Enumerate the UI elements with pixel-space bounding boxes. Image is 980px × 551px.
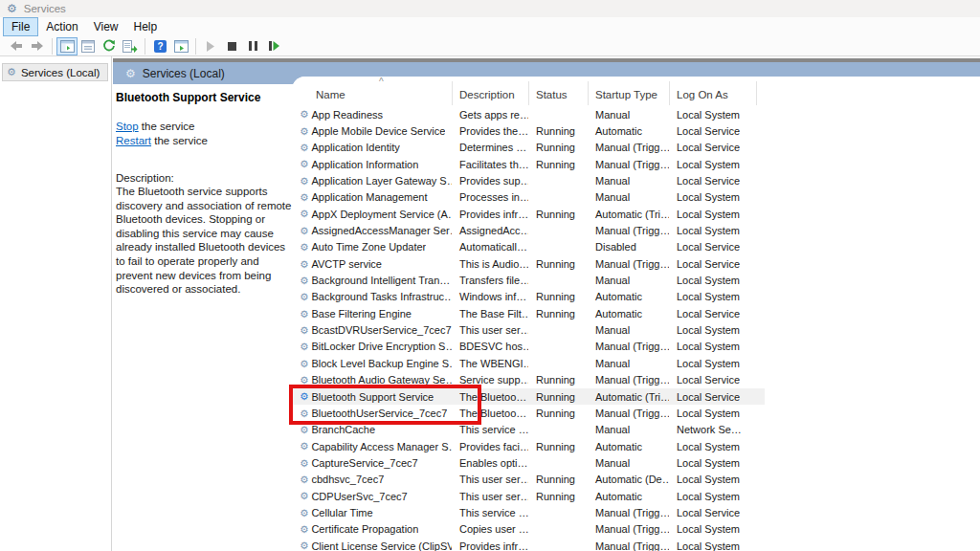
column-header-name[interactable]: Name [316, 89, 345, 100]
service-description-cell: Facilitates th… [452, 159, 528, 170]
service-name-cell: ⚙ Application Identity [300, 142, 452, 153]
service-startup-type-cell: Manual (Trigg… [588, 341, 669, 352]
service-startup-type-cell: Manual [588, 424, 669, 435]
table-row[interactable]: ⚙ Apple Mobile Device Service Provides t… [292, 122, 765, 139]
table-row[interactable]: ⚙ AVCTP service This is Audio… Running M… [292, 255, 765, 272]
column-divider[interactable] [452, 81, 453, 105]
service-name-cell: ⚙ Application Management [300, 191, 452, 203]
table-row[interactable]: ⚙ Application Identity Determines … Runn… [292, 140, 765, 156]
service-description-cell: AssignedAcc… [452, 225, 528, 236]
table-row[interactable]: ⚙ AssignedAccessManager Ser… AssignedAcc… [292, 222, 765, 238]
menu-action[interactable]: Action [38, 17, 85, 36]
table-row[interactable]: ⚙ Bluetooth Support Service The Bluetoo…… [292, 388, 765, 405]
toolbar-separator [145, 38, 145, 55]
service-name: Certificate Propagation [311, 523, 418, 535]
service-name: Apple Mobile Device Service [311, 125, 445, 137]
table-row[interactable]: ⚙ Client License Service (ClipSV… Provid… [292, 538, 765, 551]
refresh-icon[interactable] [99, 37, 120, 55]
service-description-cell: The Bluetoo… [452, 391, 528, 403]
column-header-status[interactable]: Status [536, 89, 568, 100]
table-row[interactable]: ⚙ Background Tasks Infrastruc… Windows i… [292, 289, 765, 305]
table-row[interactable]: ⚙ Application Management Processes in… M… [292, 189, 765, 206]
column-divider[interactable] [756, 81, 757, 105]
service-log-on-as-cell: Local Service [669, 374, 756, 386]
service-status-cell: Running [528, 209, 588, 220]
table-row[interactable]: ⚙ Bluetooth Audio Gateway Se… Service su… [292, 372, 765, 388]
table-row[interactable]: ⚙ AppX Deployment Service (A… Provides i… [292, 206, 765, 222]
table-row[interactable]: ⚙ CDPUserSvc_7cec7 This user ser… Runnin… [292, 488, 765, 504]
properties-icon[interactable] [78, 37, 99, 55]
column-divider[interactable] [528, 81, 529, 105]
service-startup-type-cell: Manual (Trigg… [588, 374, 669, 386]
service-description-cell: Provides the… [452, 125, 528, 137]
table-row[interactable]: ⚙ Certificate Propagation Copies user … … [292, 521, 765, 538]
table-row[interactable]: ⚙ Background Intelligent Tran… Transfers… [292, 272, 765, 288]
service-name-cell: ⚙ AppX Deployment Service (A… [300, 209, 452, 220]
service-startup-type-cell: Manual [588, 109, 669, 121]
table-row[interactable]: ⚙ Base Filtering Engine The Base Filt… R… [292, 305, 765, 321]
service-gear-icon: ⚙ [300, 359, 308, 369]
table-row[interactable]: ⚙ BcastDVRUserService_7cec7 This user se… [292, 321, 765, 338]
column-header-startup-type[interactable]: Startup Type [595, 89, 657, 100]
service-status-cell: Running [528, 391, 588, 403]
service-status-cell: Running [528, 308, 588, 320]
pause-service-icon[interactable] [242, 37, 263, 55]
service-name-cell: ⚙ AVCTP service [300, 258, 452, 270]
service-name-cell: ⚙ Base Filtering Engine [300, 308, 452, 320]
column-divider[interactable] [588, 81, 589, 105]
service-startup-type-cell: Manual [588, 275, 669, 286]
column-header-description[interactable]: Description [459, 89, 515, 100]
toolbar-separator [52, 38, 53, 55]
back-icon[interactable] [6, 37, 27, 55]
stop-service-icon[interactable] [221, 37, 242, 55]
table-row[interactable]: ⚙ Application Information Facilitates th… [292, 156, 765, 172]
tree-item-services-local[interactable]: ⚙ Services (Local) [2, 63, 108, 81]
table-row[interactable]: ⚙ Block Level Backup Engine S… The WBENG… [292, 355, 765, 371]
table-row[interactable]: ⚙ Cellular Time This service … Manual (T… [292, 504, 765, 520]
service-startup-type-cell: Automatic (Tri… [588, 391, 669, 403]
console-tree-panel: ⚙ Services (Local) [0, 56, 112, 551]
show-console-tree-icon[interactable] [56, 37, 78, 55]
service-gear-icon: ⚙ [300, 309, 308, 320]
forward-icon[interactable] [27, 37, 48, 55]
service-description-cell: Automaticall… [452, 241, 528, 253]
menu-view[interactable]: View [86, 17, 126, 36]
service-gear-icon: ⚙ [300, 226, 308, 236]
restart-service-link[interactable]: Restart [116, 135, 151, 146]
table-row[interactable]: ⚙ Capability Access Manager S… Provides … [292, 438, 765, 454]
service-name-cell: ⚙ Background Intelligent Tran… [300, 275, 452, 286]
menu-file[interactable]: File [3, 17, 38, 36]
service-status-cell: Running [528, 125, 588, 137]
service-startup-type-cell: Automatic (Tri… [588, 209, 669, 220]
service-gear-icon: ⚙ [300, 540, 308, 551]
table-row[interactable]: ⚙ BitLocker Drive Encryption S… BDESVC h… [292, 339, 765, 355]
restart-service-icon[interactable] [263, 37, 284, 55]
menu-help[interactable]: Help [126, 17, 166, 36]
table-row[interactable]: ⚙ Auto Time Zone Updater Automaticall… D… [292, 239, 765, 255]
service-name-cell: ⚙ App Readiness [300, 109, 452, 121]
service-gear-icon: ⚙ [300, 325, 308, 336]
service-gear-icon: ⚙ [300, 524, 308, 535]
show-action-pane-icon[interactable] [170, 37, 191, 55]
export-list-icon[interactable] [120, 37, 141, 55]
table-row[interactable]: ⚙ BranchCache This service … Manual Netw… [292, 422, 765, 438]
stop-service-link[interactable]: Stop [116, 121, 139, 132]
table-row[interactable]: ⚙ cbdhsvc_7cec7 This user ser… Running A… [292, 472, 765, 488]
service-name: Base Filtering Engine [311, 308, 412, 320]
service-log-on-as-cell: Local System [669, 441, 756, 452]
service-name: AppX Deployment Service (A… [311, 209, 452, 220]
service-log-on-as-cell: Local System [669, 358, 756, 369]
table-row[interactable]: ⚙ BluetoothUserService_7cec7 The Bluetoo… [292, 405, 765, 421]
table-row[interactable]: ⚙ App Readiness Gets apps re… Manual Loc… [292, 106, 765, 122]
service-status-cell: Running [528, 474, 588, 485]
column-divider[interactable] [669, 81, 670, 105]
start-service-icon[interactable] [200, 37, 221, 55]
service-name: Bluetooth Audio Gateway Se… [311, 374, 452, 386]
service-gear-icon: ⚙ [300, 391, 308, 402]
column-header-log-on-as[interactable]: Log On As [677, 89, 728, 100]
service-name: cbdhsvc_7cec7 [311, 474, 384, 485]
table-row[interactable]: ⚙ Application Layer Gateway S… Provides … [292, 172, 765, 188]
help-icon[interactable]: ? [149, 37, 170, 55]
service-name: Background Tasks Infrastruc… [311, 291, 452, 302]
table-row[interactable]: ⚙ CaptureService_7cec7 Enables opti… Man… [292, 454, 765, 471]
